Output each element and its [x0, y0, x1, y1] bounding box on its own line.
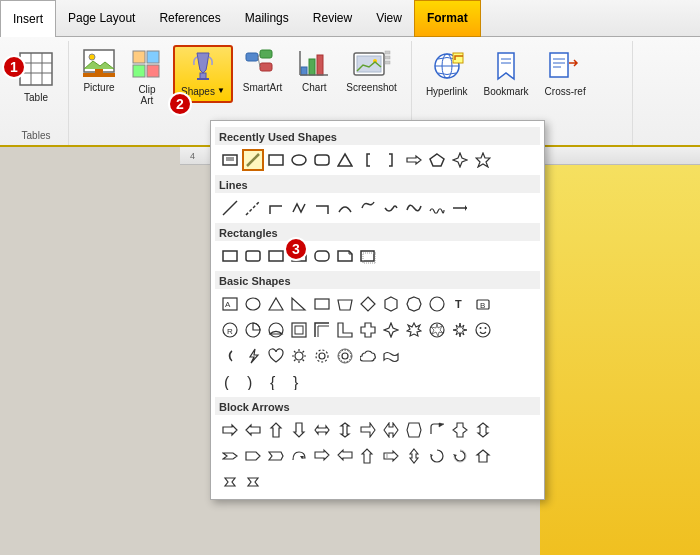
shape-bs-plus[interactable] — [357, 319, 379, 341]
shape-ba-circ2[interactable] — [449, 445, 471, 467]
hyperlink-button[interactable]: Hyperlink — [420, 47, 474, 101]
shape-bs-curly-l[interactable]: ( — [219, 371, 241, 393]
menu-review[interactable]: Review — [301, 0, 364, 37]
shape-right-arrow[interactable] — [403, 149, 425, 171]
shape-ba-bend[interactable] — [426, 419, 448, 441]
shape-bs-lightning[interactable] — [242, 345, 264, 367]
shape-ba-left[interactable] — [242, 419, 264, 441]
shape-ba-ud[interactable] — [334, 419, 356, 441]
shape-bs-rect[interactable] — [311, 293, 333, 315]
shape-arc[interactable] — [357, 197, 379, 219]
shape-bs-diamond[interactable] — [357, 293, 379, 315]
shape-ba-notch[interactable] — [265, 445, 287, 467]
shape-ba-notch-r[interactable] — [242, 471, 264, 493]
shape-bs-heart[interactable] — [265, 345, 287, 367]
shape-ba-up-call[interactable] — [357, 445, 379, 467]
shape-rectangle[interactable] — [265, 149, 287, 171]
shape-ba-udr[interactable] — [449, 419, 471, 441]
shape-ba-circ[interactable] — [426, 445, 448, 467]
shape-bs-ring[interactable]: R — [219, 319, 241, 341]
shape-bs-trapez[interactable] — [334, 293, 356, 315]
menu-references[interactable]: References — [147, 0, 232, 37]
shape-bs-halfframe[interactable] — [311, 319, 333, 341]
shape-bs-oval[interactable] — [242, 293, 264, 315]
shape-bs-circle[interactable] — [426, 293, 448, 315]
menu-page-layout[interactable]: Page Layout — [56, 0, 147, 37]
shape-star5[interactable] — [472, 149, 494, 171]
menu-view[interactable]: View — [364, 0, 414, 37]
shape-bs-curly-r[interactable]: ) — [242, 371, 264, 393]
shape-textbox[interactable] — [219, 149, 241, 171]
shape-ba-diag3[interactable] — [403, 419, 425, 441]
shape-bs-gear2[interactable] — [334, 345, 356, 367]
picture-button[interactable]: Picture — [77, 45, 121, 97]
shape-bs-gear1[interactable] — [311, 345, 333, 367]
menu-mailings[interactable]: Mailings — [233, 0, 301, 37]
shape-bs-sun[interactable] — [288, 345, 310, 367]
bookmark-button[interactable]: Bookmark — [478, 47, 535, 101]
shape-ba-diag2[interactable] — [380, 419, 402, 441]
shape-bs-smiley[interactable] — [472, 319, 494, 341]
shape-double-wave[interactable] — [426, 197, 448, 219]
shape-bs-star6[interactable] — [403, 319, 425, 341]
shape-ba-lr[interactable] — [311, 419, 333, 441]
shape-bs-wavy[interactable] — [380, 345, 402, 367]
shape-bs-brace-l[interactable]: { — [265, 371, 287, 393]
shape-ba-up[interactable] — [265, 419, 287, 441]
shape-ba-striped[interactable] — [380, 445, 402, 467]
shape-ba-down[interactable] — [288, 419, 310, 441]
shape-elbow-r[interactable] — [311, 197, 333, 219]
shape-ba-notch-l[interactable] — [219, 471, 241, 493]
shape-bs-isotri[interactable] — [265, 293, 287, 315]
menu-format[interactable]: Format — [414, 0, 481, 37]
shape-pentagon[interactable] — [426, 149, 448, 171]
shape-bs-heptagon[interactable] — [403, 293, 425, 315]
shape-bs-star7[interactable] — [426, 319, 448, 341]
shape-bs-brace-r[interactable]: } — [288, 371, 310, 393]
shape-bs-pie[interactable] — [242, 319, 264, 341]
shape-bs-frame[interactable] — [288, 319, 310, 341]
shape-rounded-rect[interactable] — [311, 149, 333, 171]
shape-bracket-right[interactable] — [380, 149, 402, 171]
shape-star4[interactable] — [449, 149, 471, 171]
shape-wave-line[interactable] — [403, 197, 425, 219]
shape-elbow-l[interactable] — [265, 197, 287, 219]
shape-bs-moon[interactable] — [219, 345, 241, 367]
shape-ba-right[interactable] — [219, 419, 241, 441]
shape-bs-chord[interactable] — [265, 319, 287, 341]
shape-ba-left-call[interactable] — [334, 445, 356, 467]
smartart-button[interactable]: SmartArt — [237, 45, 288, 97]
shape-bs-cloud[interactable] — [357, 345, 379, 367]
shape-rect-plain[interactable] — [219, 245, 241, 267]
chart-button[interactable]: Chart — [292, 45, 336, 97]
shape-bs-textc[interactable]: B — [472, 293, 494, 315]
shape-bs-star4b[interactable] — [380, 319, 402, 341]
shape-bs-rtri[interactable] — [288, 293, 310, 315]
shape-ba-diag1[interactable] — [357, 419, 379, 441]
shape-bs-textb[interactable]: T — [449, 293, 471, 315]
shape-bracket-left[interactable] — [357, 149, 379, 171]
shape-ba-home[interactable] — [472, 445, 494, 467]
menu-insert[interactable]: Insert — [0, 0, 56, 37]
shape-dashed-line[interactable] — [242, 197, 264, 219]
shape-rect-fold[interactable] — [334, 245, 356, 267]
shape-ba-loop[interactable] — [288, 445, 310, 467]
shape-ba-chevron[interactable] — [219, 445, 241, 467]
shape-rect-shade[interactable] — [357, 245, 379, 267]
shape-bs-star16[interactable] — [449, 319, 471, 341]
shape-diagonal-line[interactable] — [242, 149, 264, 171]
shape-bs-lshape[interactable] — [334, 319, 356, 341]
shape-rect-round1[interactable] — [242, 245, 264, 267]
shape-bs-text[interactable]: A — [219, 293, 241, 315]
shape-ba-quad[interactable] — [403, 445, 425, 467]
shape-zigzag[interactable] — [288, 197, 310, 219]
shape-line[interactable] — [219, 197, 241, 219]
shape-ba-ldr[interactable] — [472, 419, 494, 441]
shape-rect-round2[interactable] — [311, 245, 333, 267]
crossref-button[interactable]: Cross-ref — [539, 47, 592, 101]
clipart-button[interactable]: Clip Art — [125, 45, 169, 110]
shape-triangle[interactable] — [334, 149, 356, 171]
shape-ba-right-call[interactable] — [311, 445, 333, 467]
shape-oval[interactable] — [288, 149, 310, 171]
shape-connector[interactable] — [449, 197, 471, 219]
